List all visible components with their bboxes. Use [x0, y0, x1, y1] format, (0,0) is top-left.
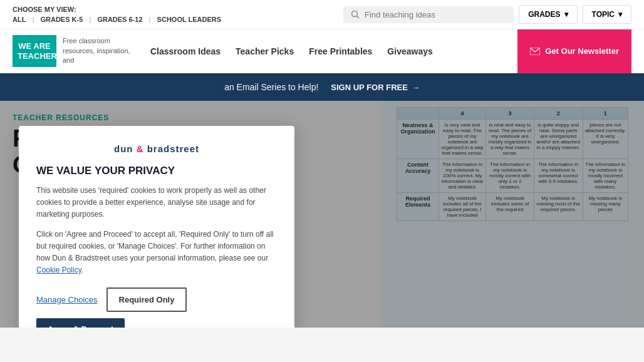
- nav-bar: WE ARE TEACHERS Free classroom resources…: [0, 29, 644, 73]
- email-icon: [530, 48, 540, 55]
- banner-text: an Email Series to Help!: [224, 82, 318, 92]
- view-school-leaders[interactable]: SCHOOL LEADERS: [149, 16, 222, 23]
- search-input-wrap: [343, 6, 514, 23]
- view-k5[interactable]: GRADES K-5: [32, 16, 83, 23]
- manage-choices-button[interactable]: Manage Choices: [36, 295, 98, 304]
- cookie-body-1: This website uses 'required' cookies to …: [36, 185, 277, 221]
- cookie-overlay: dun & bradstreet WE VALUE YOUR PRIVACY T…: [0, 101, 644, 328]
- view-6-12[interactable]: GRADES 6-12: [89, 16, 142, 23]
- content-area: 4 3 2 1 Neatness & Organization is very …: [0, 101, 644, 328]
- sign-up-button[interactable]: SIGN UP FOR FREE →: [331, 83, 420, 92]
- svg-line-1: [357, 16, 360, 19]
- logo-tagline: Free classroom resources, inspiration, a…: [63, 36, 138, 65]
- view-all[interactable]: ALL: [13, 16, 26, 23]
- topic-button[interactable]: TOPIC ▾: [583, 5, 631, 24]
- nav-links: Classroom Ideas Teacher Picks Free Print…: [150, 46, 517, 56]
- cookie-body-2: Click on 'Agree and Proceed' to accept a…: [36, 229, 277, 277]
- choose-view-label: CHOOSE MY VIEW:: [13, 6, 221, 13]
- grades-button[interactable]: GRADES ▾: [519, 5, 577, 24]
- top-bar: CHOOSE MY VIEW: ALL GRADES K-5 GRADES 6-…: [0, 0, 644, 29]
- search-input[interactable]: [365, 10, 490, 19]
- newsletter-button[interactable]: Get Our Newsletter: [517, 29, 631, 73]
- choose-view-section: CHOOSE MY VIEW: ALL GRADES K-5 GRADES 6-…: [13, 6, 221, 23]
- cookie-title: WE VALUE YOUR PRIVACY: [36, 165, 277, 177]
- chevron-down-icon: ▾: [618, 10, 622, 19]
- arrow-icon: →: [412, 83, 420, 92]
- view-links: ALL GRADES K-5 GRADES 6-12 SCHOOL LEADER…: [13, 16, 221, 23]
- logo-section: WE ARE TEACHERS Free classroom resources…: [13, 35, 138, 67]
- agree-proceed-button[interactable]: Agree & Proceed: [36, 318, 125, 328]
- cookie-policy-link[interactable]: Cookie Policy: [36, 266, 81, 274]
- nav-giveaways[interactable]: Giveaways: [387, 46, 432, 56]
- svg-point-0: [352, 11, 358, 17]
- chevron-down-icon: ▾: [564, 10, 568, 19]
- required-only-button[interactable]: Required Only: [106, 287, 187, 312]
- logo[interactable]: WE ARE TEACHERS: [13, 35, 56, 67]
- search-bar: GRADES ▾ TOPIC ▾: [343, 5, 631, 24]
- nav-free-printables[interactable]: Free Printables: [309, 46, 372, 56]
- nav-teacher-picks[interactable]: Teacher Picks: [236, 46, 294, 56]
- search-icon: [351, 10, 360, 19]
- banner: an Email Series to Help! SIGN UP FOR FRE…: [0, 73, 644, 101]
- cookie-modal: dun & bradstreet WE VALUE YOUR PRIVACY T…: [19, 126, 294, 328]
- cookie-brand-text: dun & bradstreet: [114, 143, 199, 154]
- cookie-brand: dun & bradstreet: [36, 143, 277, 155]
- cookie-actions: Manage Choices Required Only Agree & Pro…: [36, 287, 277, 328]
- nav-classroom-ideas[interactable]: Classroom Ideas: [150, 46, 221, 56]
- brand-amp: &: [137, 143, 144, 154]
